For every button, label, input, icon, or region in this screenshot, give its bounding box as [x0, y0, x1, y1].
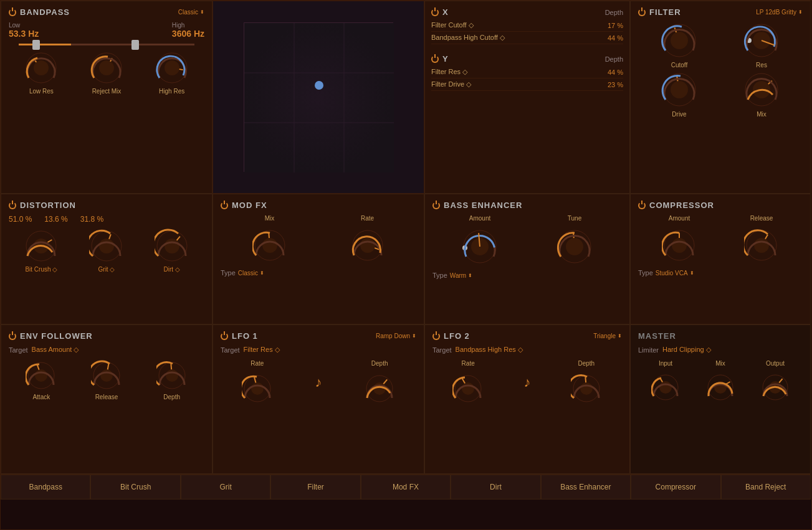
- modfx-type-select[interactable]: Classic ⬍: [238, 270, 264, 277]
- lfo1-type-select[interactable]: Ramp Down ⬍: [376, 333, 416, 339]
- comp-type-select[interactable]: Studio VCA ⬍: [656, 270, 694, 277]
- comp-release-knob[interactable]: [744, 228, 779, 263]
- xy-param-filter-cutoff: Filter Cutoff ◇ 17 %: [431, 19, 623, 32]
- filter-type-chevron: ⬍: [798, 9, 803, 15]
- master-input-knob[interactable]: [651, 373, 680, 402]
- lfo1-knobs: Rate ♪ Depth: [221, 360, 416, 404]
- high-res-knob[interactable]: [155, 50, 189, 85]
- filter-cutoff-label: Cutoff: [671, 62, 688, 69]
- distortion-header: DISTORTION: [9, 201, 204, 210]
- lfo2-header: LFO 2 Triangle ⬍: [432, 331, 622, 341]
- bottom-tabs: Bandpass Bit Crush Grit Filter Mod FX Di…: [1, 474, 811, 499]
- xy-y-title: Y: [442, 54, 449, 64]
- distortion-dirt-label[interactable]: Dirt ◇: [163, 266, 179, 273]
- modfx-rate-knob[interactable]: [350, 228, 385, 263]
- xy-y-power[interactable]: [431, 55, 439, 63]
- lfo1-title: LFO 1: [232, 331, 258, 341]
- env-target-select[interactable]: Bass Amount ◇: [32, 346, 79, 354]
- master-mix-knob[interactable]: [706, 373, 735, 402]
- filter-drive-knob[interactable]: [661, 71, 698, 108]
- lfo1-rate-top-label: Rate: [251, 360, 264, 367]
- limiter-select[interactable]: Hard Clipping ◇: [662, 346, 711, 354]
- xy-param-filter-res: Filter Res ◇ 44 %: [431, 66, 623, 78]
- svg-point-30: [360, 238, 375, 253]
- distortion-bitcrush-knob[interactable]: [24, 229, 59, 263]
- reject-mix-knob[interactable]: [89, 50, 124, 85]
- lfo2-type-select[interactable]: Triangle ⬍: [593, 333, 622, 339]
- bandpass-slider[interactable]: [9, 44, 204, 45]
- lfo1-power-icon[interactable]: [221, 333, 228, 340]
- distortion-power-icon[interactable]: [9, 202, 16, 209]
- lfo2-power-icon[interactable]: [432, 333, 440, 340]
- distortion-dirt-knob[interactable]: [155, 229, 189, 263]
- comp-amount-container: Amount: [662, 215, 697, 263]
- lfo1-depth-container: Depth: [364, 360, 395, 404]
- distortion-knobs: Bit Crush ◇ Grit ◇: [9, 229, 204, 273]
- modfx-mix-knob[interactable]: [252, 228, 287, 263]
- bass-amount-knob[interactable]: [461, 228, 499, 265]
- tab-compressor[interactable]: Compressor: [631, 475, 720, 499]
- high-res-knob-container: High Res: [155, 50, 189, 95]
- env-follower-power-icon[interactable]: [9, 333, 16, 340]
- master-input-container: Input: [651, 360, 680, 402]
- bandpass-type-select[interactable]: Classic ⬍: [178, 9, 204, 16]
- modfx-panel: MOD FX Mix Rate: [213, 194, 424, 324]
- xy-controls-panel: X Depth Filter Cutoff ◇ 17 % Bandpass Hi…: [424, 1, 630, 194]
- lfo1-target-select[interactable]: Filter Res ◇: [244, 346, 280, 354]
- svg-point-53: [580, 382, 593, 395]
- lfo1-depth-knob[interactable]: [364, 373, 395, 404]
- tab-bandpass[interactable]: Bandpass: [1, 475, 90, 499]
- env-attack-knob[interactable]: [26, 360, 57, 391]
- lfo2-depth-container: Depth: [571, 360, 602, 404]
- lfo2-target-select[interactable]: Bandpass High Res ◇: [456, 346, 523, 354]
- svg-point-3: [99, 60, 114, 75]
- bass-type-row: Type Warm ⬍: [432, 272, 622, 279]
- tab-dirt[interactable]: Dirt: [451, 475, 540, 499]
- lfo2-rate-knob[interactable]: [452, 373, 484, 404]
- lfo2-panel: LFO 2 Triangle ⬍ Target Bandpass High Re…: [424, 324, 630, 474]
- xy-x-power[interactable]: [431, 9, 439, 16]
- svg-point-18: [671, 81, 688, 98]
- tab-bandreject[interactable]: Band Reject: [721, 475, 811, 499]
- bandpass-low-freq: Low 53.3 Hz: [9, 22, 39, 39]
- lfo2-type-chevron: ⬍: [618, 333, 622, 339]
- bass-tune-knob[interactable]: [556, 228, 593, 265]
- tab-bassenhancer[interactable]: Bass Enhancer: [541, 475, 631, 499]
- comp-amount-knob[interactable]: [662, 228, 697, 263]
- master-output-knob[interactable]: [761, 373, 790, 402]
- bass-type-select[interactable]: Warm ⬍: [450, 272, 472, 279]
- tab-filter[interactable]: Filter: [270, 475, 360, 499]
- tab-modfx[interactable]: Mod FX: [361, 475, 451, 499]
- bass-enhancer-knobs: Amount Tune: [432, 215, 622, 265]
- filter-res-knob[interactable]: [743, 22, 780, 59]
- compressor-knobs: Amount Release: [638, 215, 803, 263]
- env-depth-knob[interactable]: [156, 360, 188, 391]
- master-mix-top-label: Mix: [715, 360, 725, 367]
- distortion-grit-label[interactable]: Grit ◇: [98, 266, 115, 273]
- distortion-bitcrush-label[interactable]: Bit Crush ◇: [25, 266, 57, 273]
- filter-mix-knob[interactable]: [743, 71, 780, 108]
- compressor-power-icon[interactable]: [638, 202, 646, 209]
- modfx-rate-top-label: Rate: [361, 215, 374, 222]
- modfx-power-icon[interactable]: [221, 202, 228, 209]
- filter-power-icon[interactable]: [638, 9, 646, 16]
- low-res-label: Low Res: [29, 88, 54, 95]
- xy-pad[interactable]: [244, 22, 393, 172]
- tab-bitcrush[interactable]: Bit Crush: [90, 475, 180, 499]
- lfo2-depth-knob[interactable]: [571, 373, 602, 404]
- lfo2-rate-top-label: Rate: [462, 360, 475, 367]
- xy-param-filter-drive: Filter Drive ◇ 23 %: [431, 78, 623, 91]
- xy-y-axis: Y Depth Filter Res ◇ 44 % Filter Drive ◇…: [431, 54, 623, 91]
- distortion-grit-knob[interactable]: [89, 229, 124, 263]
- filter-type-select[interactable]: LP 12dB Gritty ⬍: [756, 9, 803, 16]
- filter-cutoff-knob[interactable]: [661, 22, 698, 59]
- tab-grit[interactable]: Grit: [181, 475, 270, 499]
- env-release-knob[interactable]: [91, 360, 122, 391]
- bandpass-power-icon[interactable]: [9, 9, 16, 16]
- lfo1-rate-knob[interactable]: [242, 373, 273, 404]
- filter-cutoff-container: Cutoff: [661, 22, 698, 69]
- reject-mix-label: Reject Mix: [92, 88, 122, 95]
- low-res-knob[interactable]: [24, 50, 59, 85]
- master-knobs: Input Mix: [638, 360, 803, 402]
- bass-enhancer-power-icon[interactable]: [432, 202, 440, 209]
